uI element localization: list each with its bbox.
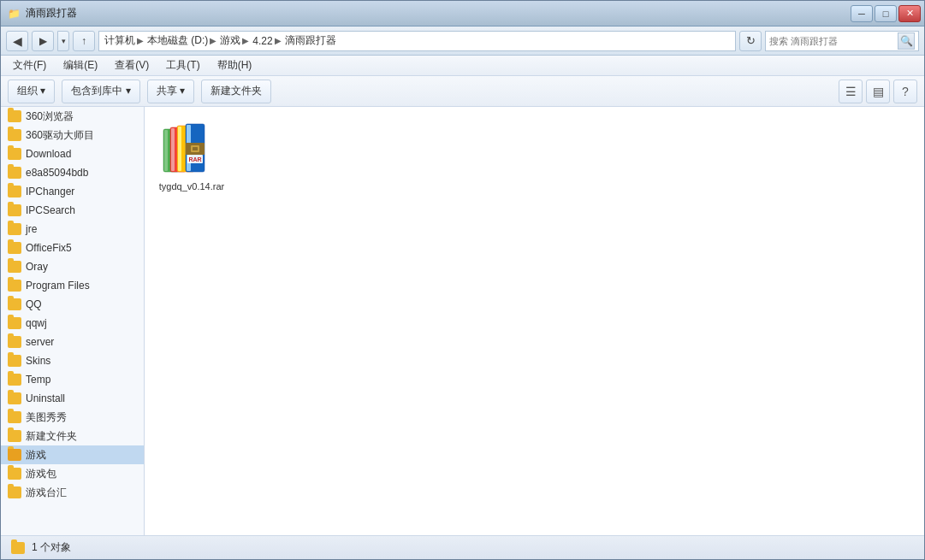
file-item-rar[interactable]: RAR tygdq_v0.14.rar xyxy=(153,115,230,195)
search-input[interactable] xyxy=(769,36,898,46)
path-segment-drive[interactable]: 本地磁盘 (D:) ▶ xyxy=(147,33,216,48)
folder-icon xyxy=(8,148,21,160)
svg-rect-2 xyxy=(164,130,168,171)
folder-icon xyxy=(8,468,21,480)
folder-icon xyxy=(8,374,21,386)
pane-icon: ▤ xyxy=(873,85,884,98)
folder-icon xyxy=(8,129,21,141)
folder-icon xyxy=(8,223,21,235)
sidebar-item-ipcsearch[interactable]: IPCSearch xyxy=(1,201,144,220)
content-area: RAR tygdq_v0.14.rar xyxy=(145,107,924,535)
forward-button[interactable]: ▶ xyxy=(32,31,54,51)
folder-icon xyxy=(8,110,21,122)
sidebar: 360浏览器 360驱动大师目 Download e8a85094bdb IPC… xyxy=(1,107,145,535)
address-bar: ◀ ▶ ▾ ↑ 计算机 ▶ 本地磁盘 (D:) ▶ 游戏 ▶ 4.22 ▶ 滴雨… xyxy=(1,27,924,56)
sidebar-item-e8a[interactable]: e8a85094bdb xyxy=(1,163,144,182)
sidebar-item-360browser[interactable]: 360浏览器 xyxy=(1,107,144,126)
folder-icon xyxy=(8,186,21,197)
close-button[interactable]: ✕ xyxy=(898,5,921,22)
sidebar-item-ipchanger[interactable]: IPChanger xyxy=(1,182,144,201)
file-name: tygdq_v0.14.rar xyxy=(159,181,224,192)
folder-icon xyxy=(8,242,21,254)
sidebar-item-qq[interactable]: QQ xyxy=(1,295,144,314)
help-button[interactable]: ? xyxy=(893,80,917,103)
toolbar-right: ☰ ▤ ? xyxy=(839,80,917,103)
sidebar-item-label: jre xyxy=(26,223,37,235)
sidebar-item-label: Temp xyxy=(26,374,50,386)
search-icon: 🔍 xyxy=(900,35,913,47)
folder-icon xyxy=(8,167,21,179)
pane-button[interactable]: ▤ xyxy=(866,80,890,103)
sidebar-item-jre[interactable]: jre xyxy=(1,220,144,239)
address-path[interactable]: 计算机 ▶ 本地磁盘 (D:) ▶ 游戏 ▶ 4.22 ▶ 滴雨跟打器 xyxy=(98,31,736,51)
search-icon-button[interactable]: 🔍 xyxy=(898,32,915,50)
sidebar-item-newfolder[interactable]: 新建文件夹 xyxy=(1,427,144,445)
folder-icon xyxy=(8,204,21,216)
sidebar-item-server[interactable]: server xyxy=(1,333,144,351)
folder-icon xyxy=(8,261,21,273)
svg-rect-5 xyxy=(171,128,175,171)
sidebar-item-gamehub[interactable]: 游戏台汇 xyxy=(1,483,144,502)
share-button[interactable]: 共享 ▾ xyxy=(147,80,194,103)
menu-file[interactable]: 文件(F) xyxy=(6,56,53,74)
sidebar-item-label: e8a85094bdb xyxy=(26,167,88,179)
search-box[interactable]: 🔍 xyxy=(765,31,919,51)
svg-rect-14 xyxy=(193,147,198,150)
window-icon: 📁 xyxy=(8,8,21,20)
sidebar-item-officefix5[interactable]: OfficeFix5 xyxy=(1,239,144,257)
menu-view[interactable]: 查看(V) xyxy=(108,56,156,74)
restore-button[interactable]: □ xyxy=(875,5,897,22)
sidebar-item-label: server xyxy=(26,336,54,348)
sidebar-item-uninstall[interactable]: Uninstall xyxy=(1,389,144,408)
sidebar-item-download[interactable]: Download xyxy=(1,144,144,163)
path-segment-422[interactable]: 4.22 ▶ xyxy=(252,35,281,47)
menu-tools[interactable]: 工具(T) xyxy=(159,56,206,74)
folder-icon xyxy=(8,355,21,367)
sidebar-item-label: 360浏览器 xyxy=(26,109,74,124)
path-current-label: 滴雨跟打器 xyxy=(285,33,336,48)
view-toggle-button[interactable]: ☰ xyxy=(839,80,863,103)
path-computer-label: 计算机 xyxy=(104,33,135,48)
menu-edit[interactable]: 编辑(E) xyxy=(56,56,104,74)
sidebar-item-label: QQ xyxy=(26,298,42,310)
sidebar-item-label: 美图秀秀 xyxy=(26,410,67,425)
path-segment-current[interactable]: 滴雨跟打器 xyxy=(285,33,336,48)
up-button[interactable]: ↑ xyxy=(73,31,95,51)
new-folder-label: 新建文件夹 xyxy=(210,84,262,98)
sidebar-item-meitu[interactable]: 美图秀秀 xyxy=(1,408,144,427)
sidebar-item-gamepkg[interactable]: 游戏包 xyxy=(1,464,144,483)
nav-dropdown-button[interactable]: ▾ xyxy=(57,31,69,51)
sidebar-item-games[interactable]: 游戏 xyxy=(1,445,144,464)
refresh-button[interactable]: ↻ xyxy=(739,31,762,51)
sidebar-item-programfiles[interactable]: Program Files xyxy=(1,276,144,295)
folder-icon xyxy=(8,392,21,404)
minimize-button[interactable]: ─ xyxy=(851,5,873,22)
status-folder-icon xyxy=(11,542,25,554)
sidebar-item-qqwj[interactable]: qqwj xyxy=(1,314,144,333)
sidebar-item-skins[interactable]: Skins xyxy=(1,351,144,370)
menu-help[interactable]: 帮助(H) xyxy=(210,56,259,74)
svg-rect-8 xyxy=(178,127,181,171)
sidebar-item-label: Program Files xyxy=(26,280,90,292)
sidebar-item-temp[interactable]: Temp xyxy=(1,370,144,389)
folder-icon xyxy=(8,298,21,310)
library-button[interactable]: 包含到库中 ▾ xyxy=(62,80,139,103)
new-folder-button[interactable]: 新建文件夹 xyxy=(201,80,271,103)
sidebar-item-360driver[interactable]: 360驱动大师目 xyxy=(1,126,144,144)
back-button[interactable]: ◀ xyxy=(6,31,28,51)
folder-icon xyxy=(8,317,21,329)
sidebar-item-label: IPCSearch xyxy=(26,204,75,216)
sidebar-item-label: qqwj xyxy=(26,317,47,329)
sidebar-item-oray[interactable]: Oray xyxy=(1,257,144,276)
menu-bar: 文件(F) 编辑(E) 查看(V) 工具(T) 帮助(H) xyxy=(1,56,924,76)
organize-label: 组织 ▾ xyxy=(17,84,45,98)
folder-icon xyxy=(8,411,21,423)
title-bar-left: 📁 滴雨跟打器 xyxy=(8,6,77,21)
help-icon: ? xyxy=(902,85,909,98)
organize-button[interactable]: 组织 ▾ xyxy=(8,80,55,103)
path-segment-computer[interactable]: 计算机 ▶ xyxy=(104,33,144,48)
path-segment-games[interactable]: 游戏 ▶ xyxy=(220,33,249,48)
sidebar-item-label: 游戏 xyxy=(26,448,46,463)
folder-icon xyxy=(8,336,21,348)
sidebar-item-label: OfficeFix5 xyxy=(26,242,72,254)
